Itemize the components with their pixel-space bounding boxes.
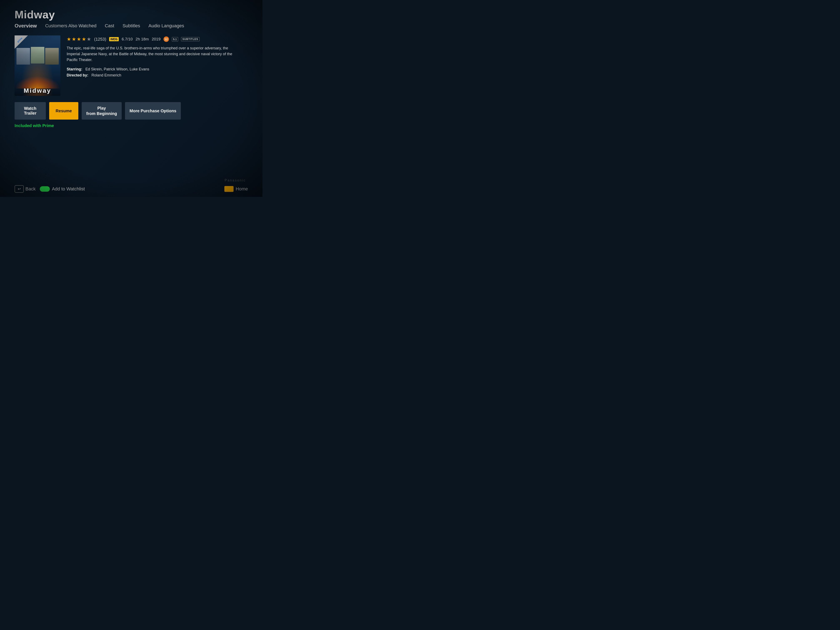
watchlist-button[interactable]: Add to Watchlist [40,186,85,192]
movie-description: The epic, real-life saga of the U.S. bro… [67,46,237,63]
starring-row: Starring: Ed Skrein, Patrick Wilson, Luk… [67,67,250,71]
star-4: ★ [82,36,86,42]
tab-cast[interactable]: Cast [105,22,114,29]
resume-button[interactable]: Resume [49,102,78,120]
year: 2019 [152,37,160,41]
back-label: Back [25,186,36,192]
director-name: Roland Emmerich [92,73,121,77]
play-from-beginning-button[interactable]: Play from Beginning [82,102,122,120]
watchlist-label: Add to Watchlist [52,186,85,192]
yellow-button-icon [224,186,234,192]
directed-label: Directed by: [67,73,88,77]
age-rating-badge: 12 [164,36,169,42]
home-button[interactable]: Home [224,186,248,192]
poster-face-2 [31,47,44,63]
duration: 2h 18m [136,37,149,41]
subtitles-badge: SUBTITLES [181,37,200,41]
imdb-badge: IMDb [109,37,119,41]
movie-title: Midway [14,8,250,21]
poster-title: Midway [24,87,51,94]
more-purchase-options-button[interactable]: More Purchase Options [125,102,181,120]
tab-customers-also-watched[interactable]: Customers Also Watched [45,22,96,29]
review-count: (1253) [94,37,106,42]
tab-subtitles[interactable]: Subtitles [123,22,140,29]
bottom-left: ↩ Back Add to Watchlist [14,185,85,193]
prime-included-label: Included with Prime [14,123,250,128]
ratings-row: ★ ★ ★ ★ ★ (1253) IMDb 6.7/10 2h 18m 2019… [67,36,250,42]
star-1: ★ [67,36,71,42]
back-button[interactable]: ↩ Back [14,185,36,193]
home-label: Home [235,186,248,192]
star-rating: ★ ★ ★ ★ ★ [67,36,91,42]
watch-trailer-button[interactable]: Watch Trailer [14,102,46,120]
tab-audio-languages[interactable]: Audio Languages [148,22,184,29]
brand-label: Panasonic [224,178,246,182]
poster-container: Midway prime [14,35,60,96]
director-row: Directed by: Roland Emmerich [67,73,250,77]
starring-cast: Ed Skrein, Patrick Wilson, Luke Evans [85,67,149,71]
poster-face-3 [45,48,59,65]
starring-label: Starring: [67,67,82,71]
poster-face-1 [16,48,30,65]
green-button-icon [40,186,50,192]
action-buttons: Watch Trailer Resume Play from Beginning… [14,102,250,120]
star-3: ★ [77,36,81,42]
star-2: ★ [72,36,76,42]
bottom-bar: ↩ Back Add to Watchlist Home [0,185,262,193]
nav-tabs: Overview Customers Also Watched Cast Sub… [14,22,250,30]
main-content: Midway prime ★ ★ ★ ★ ★ (1253) [14,35,250,96]
poster-explosion [14,76,60,88]
star-5: ★ [87,36,91,42]
audio-format-badge: 5.1 [172,37,178,41]
prime-badge: prime [14,35,30,51]
imdb-score: 6.7/10 [122,37,133,41]
back-icon: ↩ [14,185,24,193]
movie-details: ★ ★ ★ ★ ★ (1253) IMDb 6.7/10 2h 18m 2019… [67,35,250,96]
tab-overview[interactable]: Overview [14,22,37,30]
prime-label: prime [17,37,23,43]
